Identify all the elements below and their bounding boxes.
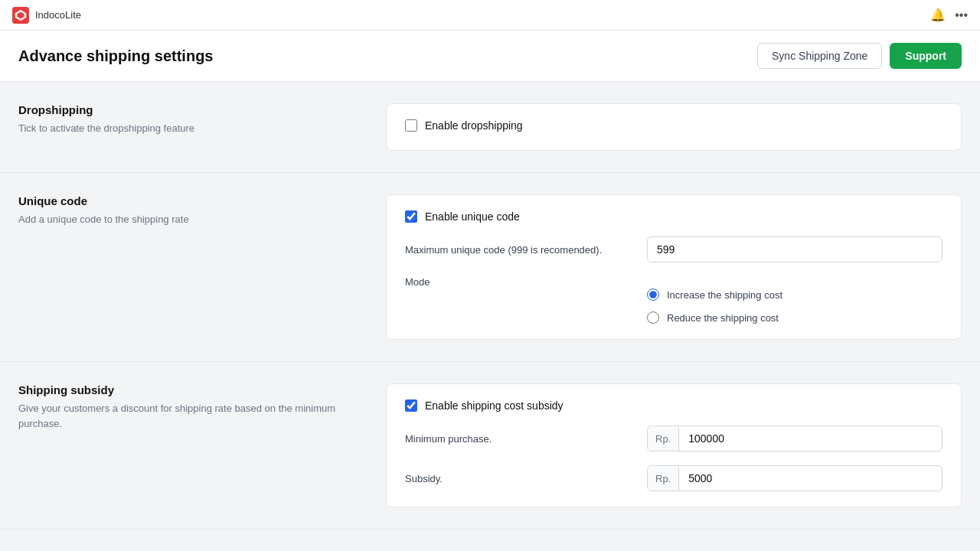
enable-unique-code-checkbox[interactable] — [405, 210, 417, 223]
subsidy-row: Subsidy. Rp. — [405, 465, 942, 491]
increase-cost-row: Increase the shipping cost — [647, 289, 782, 301]
dropshipping-card: Enable dropshipping — [386, 103, 962, 151]
header-actions: Sync Shipping Zone Support — [757, 43, 962, 69]
mode-row: Mode Increase the shipping cost Reduce t… — [405, 275, 942, 324]
increase-cost-label[interactable]: Increase the shipping cost — [667, 289, 782, 301]
unique-code-label: Unique code Add a unique code to the shi… — [18, 194, 386, 340]
shipping-subsidy-section: Shipping subsidy Give your customers a d… — [0, 362, 980, 530]
page-header: Advance shipping settings Sync Shipping … — [0, 31, 980, 82]
shipping-subsidy-title: Shipping subsidy — [18, 383, 355, 396]
max-unique-code-row: Maximum unique code (999 is recomended). — [405, 236, 942, 262]
subsidy-label: Subsidy. — [405, 473, 635, 484]
title-bar: IndocoLite 🔔 ••• — [0, 0, 980, 31]
reduce-cost-row: Reduce the shipping cost — [647, 311, 782, 324]
max-unique-code-input[interactable] — [647, 236, 942, 262]
mode-radio-group: Increase the shipping cost Reduce the sh… — [647, 289, 782, 324]
support-button[interactable]: Support — [890, 43, 962, 69]
reduce-cost-radio[interactable] — [647, 311, 659, 324]
app-name: IndocoLite — [35, 9, 81, 21]
minimum-purchase-row: Minimum purchase. Rp. — [405, 425, 942, 452]
dropshipping-section: Dropshipping Tick to activate the dropsh… — [0, 82, 980, 173]
enable-dropshipping-checkbox[interactable] — [405, 119, 417, 132]
reduce-cost-label[interactable]: Reduce the shipping cost — [667, 312, 779, 324]
dropshipping-title: Dropshipping — [18, 103, 355, 116]
bell-icon[interactable]: 🔔 — [930, 8, 946, 22]
dropshipping-description: Tick to activate the dropshipping featur… — [18, 121, 355, 136]
title-bar-left: IndocoLite — [12, 7, 81, 24]
unique-code-card: Enable unique code Maximum unique code (… — [386, 194, 962, 340]
enable-subsidy-row: Enable shipping cost subsidy — [405, 399, 942, 412]
title-bar-actions: 🔔 ••• — [930, 8, 968, 22]
enable-subsidy-checkbox[interactable] — [405, 399, 417, 412]
minimum-purchase-prefix: Rp. — [648, 427, 679, 451]
enable-unique-code-label[interactable]: Enable unique code — [425, 210, 520, 223]
more-options-icon[interactable]: ••• — [955, 8, 968, 22]
unique-code-section: Unique code Add a unique code to the shi… — [0, 173, 980, 362]
shipping-subsidy-card: Enable shipping cost subsidy Minimum pur… — [386, 383, 962, 507]
enable-dropshipping-row: Enable dropshipping — [405, 119, 942, 132]
unique-code-title: Unique code — [18, 194, 355, 207]
minimum-purchase-label: Minimum purchase. — [405, 433, 635, 445]
shipping-subsidy-description: Give your customers a discount for shipp… — [18, 401, 355, 431]
subsidy-input-wrap: Rp. — [647, 465, 942, 491]
dropshipping-label: Dropshipping Tick to activate the dropsh… — [18, 103, 386, 151]
app-logo — [12, 7, 29, 24]
max-unique-code-label: Maximum unique code (999 is recomended). — [405, 244, 635, 256]
subsidy-prefix: Rp. — [648, 467, 679, 491]
mode-label: Mode — [405, 275, 635, 288]
enable-subsidy-label[interactable]: Enable shipping cost subsidy — [425, 399, 564, 412]
minimum-purchase-input[interactable] — [679, 426, 942, 451]
unique-code-description: Add a unique code to the shipping rate — [18, 212, 355, 227]
page-title: Advance shipping settings — [18, 47, 213, 65]
shipping-subsidy-label: Shipping subsidy Give your customers a d… — [18, 383, 386, 507]
minimum-purchase-input-wrap: Rp. — [647, 425, 942, 452]
increase-cost-radio[interactable] — [647, 289, 659, 301]
enable-unique-code-row: Enable unique code — [405, 210, 942, 223]
enable-dropshipping-label[interactable]: Enable dropshipping — [425, 119, 523, 132]
main-content: Dropshipping Tick to activate the dropsh… — [0, 82, 980, 551]
sync-shipping-zone-button[interactable]: Sync Shipping Zone — [757, 43, 882, 69]
subsidy-input[interactable] — [679, 466, 942, 491]
